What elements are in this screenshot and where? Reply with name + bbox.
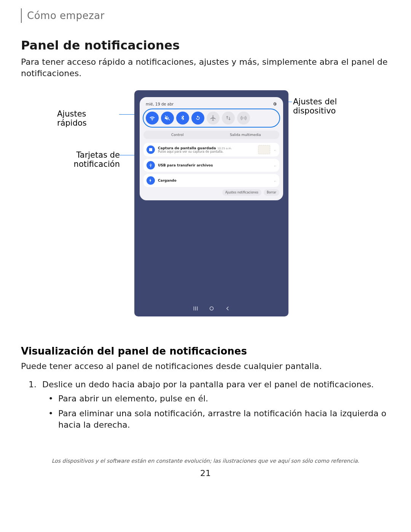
bolt-icon: [147, 176, 155, 185]
notification-card[interactable]: Captura de pantalla guardada 10:25 a.m. …: [143, 143, 279, 157]
usb-icon: [147, 161, 155, 169]
page-title: Panel de notificaciones: [21, 38, 390, 53]
notification-subtitle: Pulse aquí para ver su captura de pantal…: [158, 150, 255, 153]
section-header: Cómo empezar: [21, 8, 390, 23]
phone-mockup: mié, 19 de abr Control Salida: [134, 90, 288, 316]
clear-button[interactable]: Borrar: [264, 189, 279, 196]
header-divider: [21, 8, 22, 23]
intro-paragraph: Para tener acceso rápido a notificacione…: [21, 56, 390, 79]
manual-page: Cómo empezar Panel de notificaciones Par…: [0, 0, 411, 532]
sub-intro-paragraph: Puede tener acceso al panel de notificac…: [21, 361, 390, 372]
section-title: Cómo empezar: [27, 10, 105, 21]
back-icon[interactable]: [224, 305, 231, 312]
bullet-item: Para eliminar una sola notificación, arr…: [55, 408, 390, 431]
svg-point-0: [210, 307, 213, 310]
chevron-down-icon[interactable]: ⌄: [273, 163, 276, 167]
notification-card[interactable]: USB para transferir archivos ⌄: [143, 159, 279, 172]
tab-media-output[interactable]: Salida multimedia: [212, 131, 280, 139]
notification-shade[interactable]: mié, 19 de abr Control Salida: [140, 97, 283, 200]
callout-diagram: Ajustes rápidos Tarjetas de notificación…: [21, 90, 390, 330]
image-icon: [147, 145, 155, 154]
android-nav-bar: [134, 305, 288, 312]
gear-icon[interactable]: [272, 102, 277, 106]
notification-title: USB para transferir archivos: [158, 163, 213, 167]
data-icon[interactable]: [222, 112, 235, 125]
home-icon[interactable]: [208, 305, 215, 312]
wifi-icon[interactable]: [146, 112, 159, 125]
status-date: mié, 19 de abr: [146, 102, 174, 106]
disclaimer-footnote: Los dispositivos y el software están en …: [21, 458, 390, 464]
chevron-down-icon[interactable]: ⌄: [273, 148, 276, 152]
page-number: 21: [21, 468, 390, 478]
hotspot-icon[interactable]: [237, 112, 250, 125]
notification-title: Captura de pantalla guardada: [158, 146, 216, 150]
notification-settings-button[interactable]: Ajustes notificaciones: [222, 189, 261, 196]
rotate-icon[interactable]: [191, 112, 204, 125]
step-text: Deslice un dedo hacia abajo por la panta…: [42, 380, 374, 389]
airplane-icon[interactable]: [207, 112, 220, 125]
notification-time: 10:25 a.m.: [217, 147, 232, 150]
steps-list: Deslice un dedo hacia abajo por la panta…: [21, 379, 390, 431]
recent-apps-icon[interactable]: [192, 305, 199, 312]
callout-notification-cards: Tarjetas de notificación: [72, 150, 120, 169]
quick-settings-row: [143, 109, 280, 128]
section-subtitle: Visualización del panel de notificacione…: [21, 345, 390, 357]
mute-icon[interactable]: [161, 112, 174, 125]
media-control-tabs[interactable]: Control Salida multimedia: [143, 131, 279, 139]
bullet-item: Para abrir un elemento, pulse en él.: [55, 393, 390, 405]
callout-device-settings: Ajustes del dispositivo: [293, 97, 354, 115]
callout-quick-settings: Ajustes rápidos: [57, 109, 118, 128]
tab-control[interactable]: Control: [143, 131, 212, 139]
screenshot-thumbnail: [258, 145, 270, 154]
bluetooth-icon[interactable]: [176, 112, 189, 125]
notification-title: Cargando: [158, 179, 177, 182]
chevron-down-icon[interactable]: ⌄: [273, 179, 276, 182]
notification-card[interactable]: Cargando ⌄: [143, 174, 279, 187]
